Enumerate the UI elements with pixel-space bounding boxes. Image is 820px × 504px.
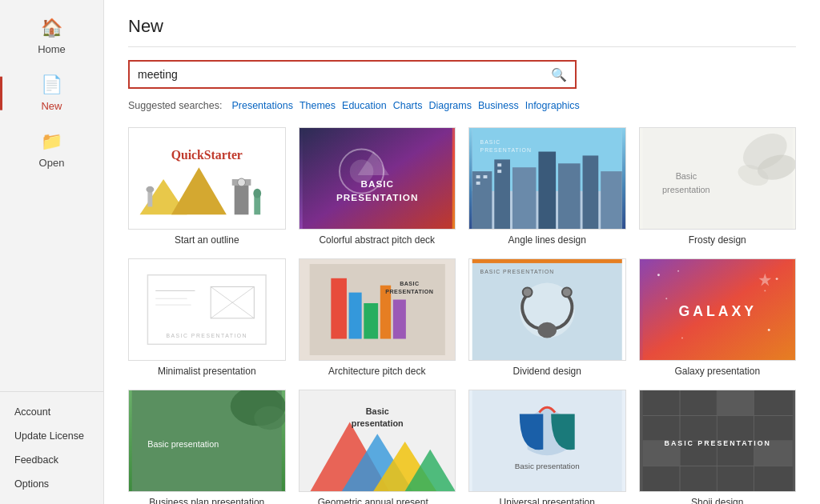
sidebar-item-home-label: Home: [38, 43, 66, 55]
sidebar-item-feedback[interactable]: Feedback: [0, 448, 103, 472]
page-title: New: [128, 16, 796, 47]
template-label-dividend: Dividend design: [468, 366, 626, 377]
template-thumb-frosty: Basic presentation: [639, 127, 797, 230]
svg-rect-51: [364, 303, 378, 339]
suggested-education[interactable]: Education: [342, 100, 387, 111]
template-card-quickstarter[interactable]: QuickStarter Start an outline: [128, 127, 286, 246]
template-label-galaxy: Galaxy presentation: [639, 366, 797, 377]
suggested-business[interactable]: Business: [478, 100, 519, 111]
template-label-architecture: Architecture pitch deck: [299, 366, 456, 377]
sidebar-item-new-label: New: [41, 100, 62, 112]
svg-text:presentation: presentation: [662, 185, 710, 194]
svg-text:BASIC: BASIC: [480, 139, 501, 145]
svg-rect-19: [472, 171, 492, 229]
template-card-shoji[interactable]: BASIC PRESENTATION Shoji design: [639, 390, 797, 504]
svg-rect-3: [235, 183, 249, 214]
template-thumb-geometric: Basic presentation: [299, 390, 456, 492]
svg-point-61: [562, 287, 572, 297]
template-label-universal: Universal presentation: [468, 497, 626, 504]
template-card-business-plan[interactable]: Basic presentation Business plan present…: [128, 390, 286, 504]
sidebar-new-wrapper: 📄 New: [0, 65, 103, 122]
svg-rect-53: [392, 300, 405, 339]
svg-text:presentation: presentation: [351, 418, 403, 428]
main-content: New 🔍 Suggested searches: Presentations …: [104, 0, 820, 504]
suggested-searches: Suggested searches: Presentations Themes…: [128, 100, 796, 111]
template-card-galaxy[interactable]: GALAXY Galaxy presentation: [639, 258, 797, 377]
template-label-minimalist: Minimalist presentation: [128, 366, 286, 377]
search-box: 🔍: [128, 60, 577, 89]
template-card-angle[interactable]: BASIC PRESENTATION Angle lines design: [468, 127, 626, 246]
template-thumb-angle: BASIC PRESENTATION: [468, 127, 626, 230]
svg-rect-21: [512, 167, 537, 229]
suggested-charts[interactable]: Charts: [393, 100, 423, 111]
svg-text:PRESENTATION: PRESENTATION: [480, 147, 532, 153]
template-thumb-universal: Basic presentation: [468, 390, 626, 492]
active-indicator: [0, 76, 2, 110]
template-card-geometric[interactable]: Basic presentation Geometric annual pres…: [299, 390, 456, 504]
search-input[interactable]: [138, 68, 551, 81]
svg-text:BASIC: BASIC: [400, 281, 419, 287]
svg-text:BASIC PRESENTATION: BASIC PRESENTATION: [664, 439, 770, 447]
template-thumb-dividend: BASIC PRESENTATION: [468, 258, 626, 361]
svg-point-68: [665, 298, 667, 299]
svg-text:Basic: Basic: [365, 406, 388, 416]
sidebar: 🏠 Home 📄 New 📁 Open Account Update Licen…: [0, 0, 104, 504]
template-label-business-plan: Business plan presentation: [128, 497, 286, 504]
svg-text:BASIC PRESENTATION: BASIC PRESENTATION: [166, 333, 247, 338]
new-icon: 📄: [41, 74, 62, 95]
svg-rect-50: [348, 293, 361, 339]
svg-rect-27: [476, 182, 480, 185]
template-label-quickstarter: Start an outline: [128, 234, 286, 246]
svg-text:GALAXY: GALAXY: [678, 303, 756, 319]
svg-rect-39: [132, 259, 282, 360]
svg-point-60: [523, 287, 533, 297]
svg-rect-29: [497, 163, 501, 166]
svg-text:BASIC: BASIC: [360, 178, 394, 190]
template-thumb-architecture: BASIC PRESENTATION: [299, 258, 456, 361]
sidebar-item-home[interactable]: 🏠 Home: [0, 8, 103, 65]
search-container: 🔍: [128, 60, 796, 89]
suggested-infographics[interactable]: Infographics: [525, 100, 580, 111]
template-card-frosty[interactable]: Basic presentation Frosty design: [639, 127, 797, 246]
template-label-colorful: Colorful abstract pitch deck: [299, 234, 456, 246]
svg-point-70: [681, 337, 682, 338]
template-card-universal[interactable]: Basic presentation Universal presentatio…: [468, 390, 626, 504]
svg-rect-57: [472, 259, 622, 263]
sidebar-item-open-label: Open: [39, 157, 65, 169]
svg-text:Basic presentation: Basic presentation: [515, 462, 580, 470]
svg-text:QuickStarter: QuickStarter: [171, 148, 243, 162]
svg-text:PRESENTATION: PRESENTATION: [385, 289, 433, 295]
suggested-presentations[interactable]: Presentations: [231, 100, 292, 111]
svg-point-65: [677, 270, 679, 272]
open-icon: 📁: [41, 131, 62, 152]
sidebar-item-new[interactable]: 📄 New: [0, 65, 103, 122]
svg-rect-30: [497, 170, 501, 173]
template-thumb-quickstarter: QuickStarter: [128, 127, 286, 230]
search-button[interactable]: 🔍: [551, 67, 567, 82]
svg-point-66: [775, 278, 778, 280]
svg-point-59: [537, 322, 557, 338]
template-card-minimalist[interactable]: BASIC PRESENTATION Minimalist presentati…: [128, 258, 286, 377]
template-thumb-shoji: BASIC PRESENTATION: [639, 390, 797, 492]
sidebar-item-open[interactable]: 📁 Open: [0, 122, 103, 178]
svg-point-9: [146, 186, 154, 193]
svg-text:Basic: Basic: [675, 171, 697, 181]
svg-text:BASIC PRESENTATION: BASIC PRESENTATION: [480, 269, 555, 274]
suggested-label: Suggested searches:: [128, 100, 222, 111]
template-label-geometric: Geometric annual present...: [299, 497, 456, 504]
svg-rect-8: [147, 191, 152, 207]
template-label-frosty: Frosty design: [639, 234, 797, 246]
svg-point-75: [254, 406, 284, 430]
template-card-architecture[interactable]: BASIC PRESENTATION Architecture pitch de…: [299, 258, 456, 377]
suggested-diagrams[interactable]: Diagrams: [428, 100, 472, 111]
template-card-dividend[interactable]: BASIC PRESENTATION Dividend design: [468, 258, 626, 377]
template-grid: QuickStarter Start an outline: [128, 127, 796, 504]
sidebar-item-options[interactable]: Options: [0, 472, 103, 496]
template-thumb-colorful: BASIC PRESENTATION: [299, 127, 456, 230]
sidebar-item-account[interactable]: Account: [0, 400, 103, 424]
suggested-themes[interactable]: Themes: [299, 100, 336, 111]
sidebar-item-update-license[interactable]: Update License: [0, 424, 103, 448]
template-card-colorful[interactable]: BASIC PRESENTATION Colorful abstract pit…: [299, 127, 456, 246]
svg-point-64: [657, 274, 659, 276]
sidebar-bottom: Account Update License Feedback Options: [0, 391, 103, 504]
